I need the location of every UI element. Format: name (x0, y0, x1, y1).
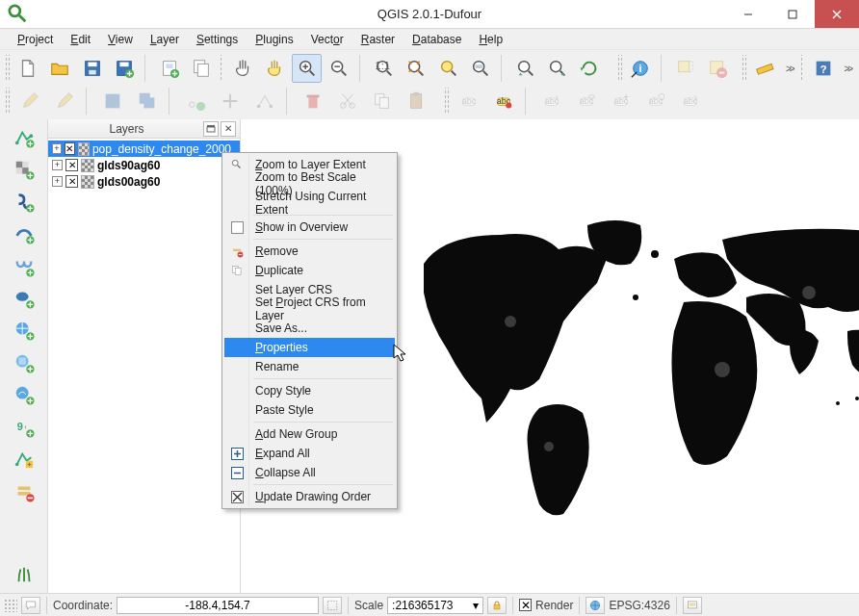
menu-settings[interactable]: Settings (189, 31, 246, 48)
render-checkbox[interactable]: ✕ (519, 599, 532, 611)
save-project-as-button[interactable] (109, 54, 139, 83)
log-messages-button[interactable] (683, 597, 702, 614)
coordinate-field[interactable]: -188.4,154.7 (117, 597, 319, 614)
toolbar-overflow[interactable]: >> (782, 64, 797, 74)
label-change-button[interactable]: abc (674, 87, 707, 116)
ctx-expand-all[interactable]: Expand All (224, 444, 395, 463)
toolbar-grip[interactable] (219, 55, 224, 82)
zoom-to-layer-button[interactable] (465, 54, 495, 83)
move-feature-button[interactable] (214, 87, 247, 116)
layer-visibility-checkbox[interactable]: ✕ (65, 159, 78, 171)
pan-to-selection-button[interactable] (260, 54, 290, 83)
open-project-button[interactable] (45, 54, 75, 83)
add-vector-layer-button[interactable] (7, 123, 41, 151)
deselect-all-button[interactable] (703, 54, 733, 83)
composer-manager-button[interactable] (187, 54, 217, 83)
menu-plugins[interactable]: Plugins (247, 31, 300, 48)
label-move-button[interactable]: abc (605, 87, 638, 116)
zoom-full-button[interactable] (402, 54, 431, 83)
zoom-next-button[interactable] (542, 54, 572, 83)
ctx-update-drawing-order[interactable]: Update Drawing Order (224, 487, 395, 506)
toolbar-grip[interactable] (616, 55, 622, 82)
add-mssql-layer-button[interactable] (7, 252, 41, 280)
new-print-composer-button[interactable] (154, 54, 184, 83)
layer-row[interactable]: +✕pop_density_change_2000_1990 (48, 141, 240, 157)
label-rotate-button[interactable]: abc (639, 87, 672, 116)
identify-button[interactable]: i (626, 54, 656, 83)
label-button[interactable]: abc (453, 87, 485, 116)
panel-close-button[interactable]: ✕ (221, 121, 236, 137)
save-project-button[interactable] (77, 54, 107, 83)
toolbar-grip[interactable] (4, 55, 10, 82)
save-edits-button[interactable] (96, 87, 129, 116)
toolbar-overflow[interactable]: >> (840, 64, 855, 74)
refresh-button[interactable] (575, 54, 605, 83)
add-spatialite-layer-button[interactable] (7, 219, 41, 247)
ctx-add-new-group[interactable]: Add New Group (224, 424, 395, 444)
menu-layer[interactable]: Layer (143, 31, 187, 48)
ctx-set-project-crs-from-layer[interactable]: Set Project CRS from Layer (224, 299, 395, 319)
minimize-button[interactable] (726, 0, 770, 28)
zoom-native-button[interactable]: 1:1 (369, 54, 399, 83)
zoom-out-button[interactable] (324, 54, 353, 83)
crs-status-button[interactable] (586, 597, 605, 614)
panel-undock-button[interactable] (203, 121, 219, 137)
ctx-collapse-all[interactable]: Collapse All (224, 463, 395, 482)
layer-row[interactable]: +✕glds00ag60 (48, 173, 240, 190)
menu-vector[interactable]: Vector (303, 31, 351, 48)
select-features-button[interactable] (670, 54, 700, 83)
ctx-copy-style[interactable]: Copy Style (224, 381, 395, 400)
toolbar-grip[interactable] (443, 88, 449, 115)
add-wms-layer-button[interactable] (7, 317, 41, 345)
layer-row[interactable]: +✕glds90ag60 (48, 157, 240, 173)
add-postgis-layer-button[interactable] (7, 188, 41, 216)
zoom-last-button[interactable] (510, 54, 540, 83)
ctx-rename[interactable]: Rename (224, 357, 395, 376)
zoom-to-selection-button[interactable] (433, 54, 463, 83)
add-wfs-layer-button[interactable] (7, 381, 41, 409)
menu-help[interactable]: Help (471, 31, 510, 48)
scale-lock-button[interactable] (487, 597, 507, 614)
ctx-stretch-using-current-extent[interactable]: Stretch Using Current Extent (224, 193, 395, 213)
new-shapefile-button[interactable] (7, 446, 41, 474)
ctx-paste-style[interactable]: Paste Style (224, 400, 395, 420)
expand-icon[interactable]: + (52, 143, 62, 154)
toggle-editing-button[interactable] (13, 87, 46, 116)
toggle-extents-button[interactable] (323, 597, 342, 614)
copy-features-button[interactable] (366, 87, 399, 116)
zoom-in-button[interactable] (292, 54, 322, 83)
label-pin-button[interactable]: abc (535, 87, 568, 116)
scale-field[interactable]: :216365173▾ (387, 597, 483, 614)
menu-raster[interactable]: Raster (353, 31, 403, 48)
help-button[interactable]: ? (808, 54, 838, 83)
add-oracle-layer-button[interactable] (7, 284, 41, 312)
delete-selected-button[interactable] (297, 87, 329, 116)
maximize-button[interactable] (770, 0, 815, 28)
toolbar-grip[interactable] (799, 55, 805, 82)
new-project-button[interactable] (13, 54, 43, 83)
toolbar-grip[interactable] (741, 55, 746, 82)
paste-features-button[interactable] (401, 87, 433, 116)
add-delimited-text-button[interactable]: 9, (7, 413, 41, 441)
ctx-remove[interactable]: Remove (224, 242, 395, 261)
expand-icon[interactable]: + (52, 160, 63, 170)
ctx-show-in-overview[interactable]: Show in Overview (224, 218, 395, 237)
layers-tree[interactable]: +✕pop_density_change_2000_1990+✕glds90ag… (48, 139, 240, 593)
measure-button[interactable] (750, 54, 780, 83)
menu-project[interactable]: Project (10, 31, 61, 48)
add-wcs-layer-button[interactable] (7, 348, 41, 376)
remove-layer-button[interactable] (7, 477, 41, 505)
menu-edit[interactable]: Edit (63, 31, 98, 48)
toolbar-grip[interactable] (4, 88, 10, 115)
expand-icon[interactable]: + (52, 176, 63, 187)
label-highlight-button[interactable]: abc (487, 87, 520, 116)
grass-tools-button[interactable] (7, 560, 41, 588)
ctx-save-as[interactable]: Save As... (224, 319, 395, 338)
pan-button[interactable] (227, 54, 257, 83)
ctx-properties[interactable]: Properties (224, 338, 395, 357)
messages-button[interactable] (21, 597, 40, 614)
node-tool-button[interactable] (248, 87, 281, 116)
menu-view[interactable]: View (100, 31, 141, 48)
cut-features-button[interactable] (331, 87, 364, 116)
ctx-duplicate[interactable]: Duplicate (224, 261, 395, 280)
